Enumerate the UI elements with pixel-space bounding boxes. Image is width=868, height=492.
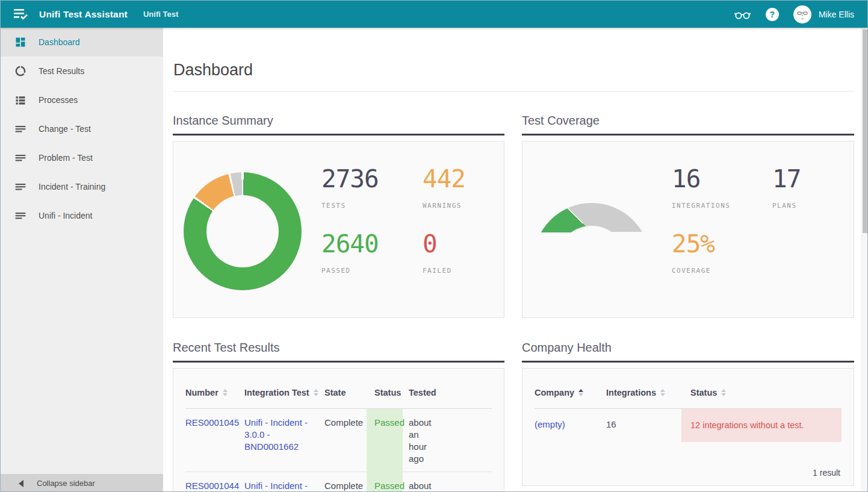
recent-test-results-card: Number Integration Test State Status Tes… — [173, 368, 504, 492]
table-row: RES0001044 Unifi - Incident - Complete P… — [185, 472, 492, 492]
table-row: (empty) 16 12 integrations without a tes… — [535, 409, 842, 442]
column-header-state[interactable]: State — [324, 388, 367, 397]
sidebar-item-change-test[interactable]: Change - Test — [1, 114, 163, 143]
section-title: Company Health — [522, 341, 854, 355]
lines-icon — [14, 181, 26, 193]
avatar[interactable] — [793, 5, 811, 23]
page-title: Dashboard — [173, 61, 253, 79]
donut-chart-icon — [14, 65, 26, 77]
result-number-link[interactable]: RES0001044 — [185, 481, 239, 491]
collapse-sidebar-button[interactable]: Collapse sidebar — [1, 474, 163, 492]
tested-cell: about an hour ago — [403, 409, 439, 472]
help-icon[interactable]: ? — [766, 8, 779, 21]
table-header-row: Company Integrations Status — [535, 369, 842, 409]
status-cell: Passed — [367, 409, 403, 472]
sidebar-item-unifi-incident[interactable]: Unifi - Incident — [1, 201, 163, 230]
column-header-company[interactable]: Company — [535, 388, 606, 397]
integrations-cell: 16 — [606, 409, 681, 442]
section-title: Instance Summary — [173, 114, 504, 128]
scrollbar-thumb[interactable] — [863, 30, 867, 233]
top-header: Unifi Test Assistant Unifi Test ? — [1, 1, 868, 28]
vertical-scrollbar — [861, 28, 867, 492]
sidebar-item-label: Test Results — [39, 66, 84, 76]
test-coverage-gauge — [533, 203, 650, 261]
sidebar-item-label: Incident - Training — [39, 182, 105, 192]
app-title: Unifi Test Assistant — [39, 9, 128, 20]
sort-icon — [721, 389, 726, 396]
section-title: Recent Test Results — [173, 341, 504, 355]
list-icon — [14, 94, 26, 106]
page-divider — [173, 91, 854, 92]
stat-tests: 2736 TESTS — [321, 166, 379, 210]
stat-failed: 0 FAILED — [423, 231, 452, 275]
tested-cell: about — [403, 472, 439, 492]
glasses-icon[interactable] — [734, 7, 751, 22]
state-cell: Complete — [324, 409, 367, 472]
lines-icon — [14, 210, 26, 222]
column-header-tested[interactable]: Tested — [403, 388, 439, 397]
sidebar-item-dashboard[interactable]: Dashboard — [1, 28, 163, 57]
result-number-link[interactable]: RES0001045 — [185, 417, 239, 428]
sort-icon — [314, 389, 318, 396]
sort-icon-ascending — [578, 389, 583, 396]
lines-icon — [14, 152, 26, 164]
user-name: Mike Ellis — [819, 10, 854, 19]
main-content: Dashboard Instance Summary 2736 TESTS 44… — [163, 28, 863, 492]
app-subtitle: Unifi Test — [143, 10, 178, 19]
dashboard-icon — [14, 36, 26, 48]
company-link[interactable]: (empty) — [535, 419, 565, 429]
sidebar-item-label: Processes — [39, 95, 78, 105]
stat-integrations: 16 INTEGRATIONS — [672, 166, 730, 210]
sidebar-item-label: Problem - Test — [39, 153, 93, 163]
sidebar-item-incident-training[interactable]: Incident - Training — [1, 172, 163, 201]
sort-icon — [223, 389, 228, 396]
sidebar-item-processes[interactable]: Processes — [1, 86, 163, 114]
app-menu-icon[interactable] — [14, 8, 29, 21]
sort-icon — [660, 389, 665, 396]
state-cell: Complete — [324, 472, 367, 492]
integration-test-link[interactable]: Unifi - Incident - 3.0.0 - BND0001662 — [244, 417, 308, 452]
stat-warnings: 442 WARNINGS — [423, 166, 465, 210]
sidebar-item-problem-test[interactable]: Problem - Test — [1, 143, 163, 172]
sidebar-item-test-results[interactable]: Test Results — [1, 57, 163, 86]
column-header-status[interactable]: Status — [367, 388, 403, 397]
app-window: Unifi Test Assistant Unifi Test ? — [0, 0, 868, 492]
collapse-arrow-icon — [19, 480, 23, 487]
stat-plans: 17 PLANS — [772, 166, 801, 210]
lines-icon — [14, 123, 26, 135]
integration-test-link[interactable]: Unifi - Incident - — [244, 481, 308, 491]
column-header-integrations[interactable]: Integrations — [606, 388, 681, 397]
instance-summary-donut — [184, 172, 302, 290]
column-header-number[interactable]: Number — [185, 388, 244, 397]
sidebar: Dashboard Test Results Processes — [1, 28, 163, 492]
sidebar-item-label: Change - Test — [39, 124, 91, 134]
collapse-sidebar-label: Collapse sidebar — [37, 479, 95, 488]
section-title: Test Coverage — [522, 114, 854, 128]
sidebar-item-label: Dashboard — [39, 37, 80, 47]
company-health-card: Company Integrations Status (empty) 16 — [522, 368, 854, 486]
stat-passed: 2640 PASSED — [321, 231, 379, 275]
sidebar-item-label: Unifi - Incident — [39, 211, 92, 220]
table-header-row: Number Integration Test State Status Tes… — [185, 369, 492, 409]
column-header-status[interactable]: Status — [681, 388, 842, 397]
result-count: 1 result — [813, 468, 840, 478]
test-coverage-card: 16 INTEGRATIONS 17 PLANS 25% COVERAGE — [522, 141, 854, 318]
health-status-cell: 12 integrations without a test. — [681, 409, 842, 442]
table-row: RES0001045 Unifi - Incident - 3.0.0 - BN… — [185, 409, 492, 472]
column-header-integration-test[interactable]: Integration Test — [244, 388, 324, 397]
instance-summary-card: 2736 TESTS 442 WARNINGS 2640 PASSED 0 FA… — [173, 141, 504, 318]
status-cell: Passed — [367, 472, 403, 492]
stat-coverage: 25% COVERAGE — [672, 231, 715, 275]
